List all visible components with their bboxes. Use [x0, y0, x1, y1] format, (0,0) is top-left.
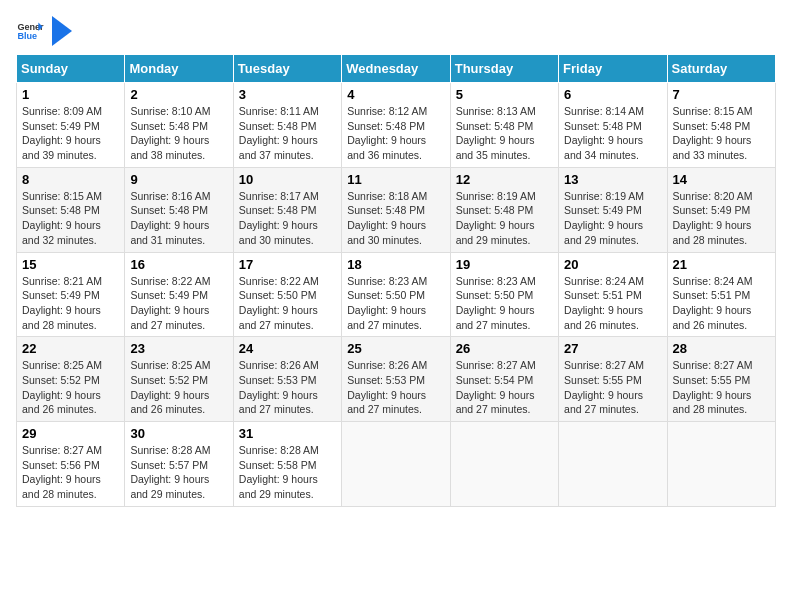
calendar-cell: 2 Sunrise: 8:10 AM Sunset: 5:48 PM Dayli…: [125, 83, 233, 168]
day-info: Sunrise: 8:27 AM Sunset: 5:54 PM Dayligh…: [456, 358, 553, 417]
calendar-cell: 24 Sunrise: 8:26 AM Sunset: 5:53 PM Dayl…: [233, 337, 341, 422]
day-number: 25: [347, 341, 444, 356]
day-info: Sunrise: 8:15 AM Sunset: 5:48 PM Dayligh…: [22, 189, 119, 248]
calendar-cell: 8 Sunrise: 8:15 AM Sunset: 5:48 PM Dayli…: [17, 167, 125, 252]
day-number: 14: [673, 172, 770, 187]
day-number: 18: [347, 257, 444, 272]
day-info: Sunrise: 8:28 AM Sunset: 5:57 PM Dayligh…: [130, 443, 227, 502]
calendar-cell: 29 Sunrise: 8:27 AM Sunset: 5:56 PM Dayl…: [17, 422, 125, 507]
calendar-week-row: 8 Sunrise: 8:15 AM Sunset: 5:48 PM Dayli…: [17, 167, 776, 252]
calendar-cell: 16 Sunrise: 8:22 AM Sunset: 5:49 PM Dayl…: [125, 252, 233, 337]
calendar-cell: 25 Sunrise: 8:26 AM Sunset: 5:53 PM Dayl…: [342, 337, 450, 422]
logo: General Blue: [16, 16, 72, 46]
weekday-header: Saturday: [667, 55, 775, 83]
calendar-cell: 9 Sunrise: 8:16 AM Sunset: 5:48 PM Dayli…: [125, 167, 233, 252]
day-info: Sunrise: 8:22 AM Sunset: 5:49 PM Dayligh…: [130, 274, 227, 333]
day-number: 4: [347, 87, 444, 102]
day-number: 8: [22, 172, 119, 187]
logo-icon: General Blue: [16, 17, 44, 45]
day-info: Sunrise: 8:18 AM Sunset: 5:48 PM Dayligh…: [347, 189, 444, 248]
calendar-header-row: SundayMondayTuesdayWednesdayThursdayFrid…: [17, 55, 776, 83]
calendar-cell: [450, 422, 558, 507]
day-info: Sunrise: 8:11 AM Sunset: 5:48 PM Dayligh…: [239, 104, 336, 163]
weekday-header: Monday: [125, 55, 233, 83]
calendar-cell: 19 Sunrise: 8:23 AM Sunset: 5:50 PM Dayl…: [450, 252, 558, 337]
calendar-table: SundayMondayTuesdayWednesdayThursdayFrid…: [16, 54, 776, 507]
calendar-cell: [342, 422, 450, 507]
day-number: 26: [456, 341, 553, 356]
calendar-cell: 12 Sunrise: 8:19 AM Sunset: 5:48 PM Dayl…: [450, 167, 558, 252]
calendar-week-row: 15 Sunrise: 8:21 AM Sunset: 5:49 PM Dayl…: [17, 252, 776, 337]
day-number: 24: [239, 341, 336, 356]
calendar-cell: 3 Sunrise: 8:11 AM Sunset: 5:48 PM Dayli…: [233, 83, 341, 168]
day-info: Sunrise: 8:22 AM Sunset: 5:50 PM Dayligh…: [239, 274, 336, 333]
day-info: Sunrise: 8:12 AM Sunset: 5:48 PM Dayligh…: [347, 104, 444, 163]
day-number: 9: [130, 172, 227, 187]
day-info: Sunrise: 8:23 AM Sunset: 5:50 PM Dayligh…: [456, 274, 553, 333]
calendar-week-row: 29 Sunrise: 8:27 AM Sunset: 5:56 PM Dayl…: [17, 422, 776, 507]
day-info: Sunrise: 8:20 AM Sunset: 5:49 PM Dayligh…: [673, 189, 770, 248]
calendar-cell: 11 Sunrise: 8:18 AM Sunset: 5:48 PM Dayl…: [342, 167, 450, 252]
day-info: Sunrise: 8:26 AM Sunset: 5:53 PM Dayligh…: [347, 358, 444, 417]
day-number: 29: [22, 426, 119, 441]
calendar-cell: 17 Sunrise: 8:22 AM Sunset: 5:50 PM Dayl…: [233, 252, 341, 337]
day-number: 12: [456, 172, 553, 187]
day-info: Sunrise: 8:28 AM Sunset: 5:58 PM Dayligh…: [239, 443, 336, 502]
calendar-week-row: 22 Sunrise: 8:25 AM Sunset: 5:52 PM Dayl…: [17, 337, 776, 422]
calendar-cell: [667, 422, 775, 507]
day-number: 23: [130, 341, 227, 356]
day-info: Sunrise: 8:23 AM Sunset: 5:50 PM Dayligh…: [347, 274, 444, 333]
day-info: Sunrise: 8:27 AM Sunset: 5:55 PM Dayligh…: [673, 358, 770, 417]
day-number: 31: [239, 426, 336, 441]
logo-arrow-icon: [52, 16, 72, 46]
calendar-cell: 20 Sunrise: 8:24 AM Sunset: 5:51 PM Dayl…: [559, 252, 667, 337]
calendar-cell: 26 Sunrise: 8:27 AM Sunset: 5:54 PM Dayl…: [450, 337, 558, 422]
calendar-cell: 30 Sunrise: 8:28 AM Sunset: 5:57 PM Dayl…: [125, 422, 233, 507]
svg-marker-3: [52, 16, 72, 46]
day-info: Sunrise: 8:19 AM Sunset: 5:49 PM Dayligh…: [564, 189, 661, 248]
day-number: 17: [239, 257, 336, 272]
day-number: 5: [456, 87, 553, 102]
day-number: 13: [564, 172, 661, 187]
day-number: 30: [130, 426, 227, 441]
day-number: 27: [564, 341, 661, 356]
calendar-cell: [559, 422, 667, 507]
calendar-cell: 15 Sunrise: 8:21 AM Sunset: 5:49 PM Dayl…: [17, 252, 125, 337]
day-number: 2: [130, 87, 227, 102]
weekday-header: Sunday: [17, 55, 125, 83]
day-info: Sunrise: 8:15 AM Sunset: 5:48 PM Dayligh…: [673, 104, 770, 163]
day-number: 21: [673, 257, 770, 272]
calendar-cell: 4 Sunrise: 8:12 AM Sunset: 5:48 PM Dayli…: [342, 83, 450, 168]
calendar-cell: 14 Sunrise: 8:20 AM Sunset: 5:49 PM Dayl…: [667, 167, 775, 252]
day-info: Sunrise: 8:27 AM Sunset: 5:55 PM Dayligh…: [564, 358, 661, 417]
day-info: Sunrise: 8:17 AM Sunset: 5:48 PM Dayligh…: [239, 189, 336, 248]
calendar-cell: 1 Sunrise: 8:09 AM Sunset: 5:49 PM Dayli…: [17, 83, 125, 168]
page-header: General Blue: [16, 16, 776, 46]
day-info: Sunrise: 8:24 AM Sunset: 5:51 PM Dayligh…: [673, 274, 770, 333]
calendar-cell: 21 Sunrise: 8:24 AM Sunset: 5:51 PM Dayl…: [667, 252, 775, 337]
calendar-cell: 31 Sunrise: 8:28 AM Sunset: 5:58 PM Dayl…: [233, 422, 341, 507]
calendar-cell: 7 Sunrise: 8:15 AM Sunset: 5:48 PM Dayli…: [667, 83, 775, 168]
calendar-cell: 5 Sunrise: 8:13 AM Sunset: 5:48 PM Dayli…: [450, 83, 558, 168]
day-info: Sunrise: 8:13 AM Sunset: 5:48 PM Dayligh…: [456, 104, 553, 163]
day-info: Sunrise: 8:09 AM Sunset: 5:49 PM Dayligh…: [22, 104, 119, 163]
calendar-cell: 13 Sunrise: 8:19 AM Sunset: 5:49 PM Dayl…: [559, 167, 667, 252]
calendar-cell: 18 Sunrise: 8:23 AM Sunset: 5:50 PM Dayl…: [342, 252, 450, 337]
day-info: Sunrise: 8:14 AM Sunset: 5:48 PM Dayligh…: [564, 104, 661, 163]
calendar-cell: 27 Sunrise: 8:27 AM Sunset: 5:55 PM Dayl…: [559, 337, 667, 422]
svg-text:Blue: Blue: [17, 31, 37, 41]
calendar-week-row: 1 Sunrise: 8:09 AM Sunset: 5:49 PM Dayli…: [17, 83, 776, 168]
day-info: Sunrise: 8:10 AM Sunset: 5:48 PM Dayligh…: [130, 104, 227, 163]
weekday-header: Tuesday: [233, 55, 341, 83]
day-info: Sunrise: 8:27 AM Sunset: 5:56 PM Dayligh…: [22, 443, 119, 502]
day-number: 19: [456, 257, 553, 272]
day-number: 11: [347, 172, 444, 187]
day-number: 22: [22, 341, 119, 356]
weekday-header: Wednesday: [342, 55, 450, 83]
day-info: Sunrise: 8:25 AM Sunset: 5:52 PM Dayligh…: [130, 358, 227, 417]
calendar-cell: 22 Sunrise: 8:25 AM Sunset: 5:52 PM Dayl…: [17, 337, 125, 422]
weekday-header: Thursday: [450, 55, 558, 83]
day-number: 6: [564, 87, 661, 102]
day-number: 15: [22, 257, 119, 272]
calendar-cell: 23 Sunrise: 8:25 AM Sunset: 5:52 PM Dayl…: [125, 337, 233, 422]
